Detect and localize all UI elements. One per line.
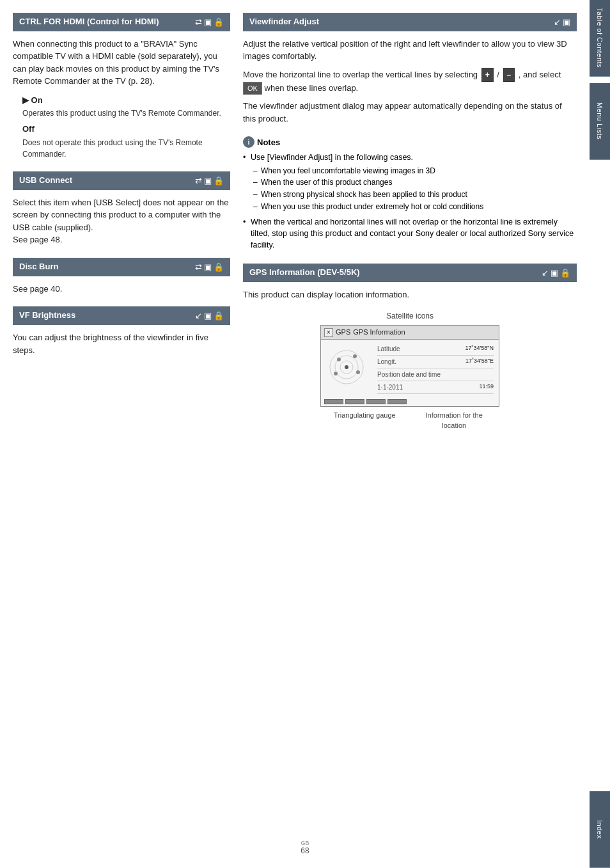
vfa-text-1: Adjust the relative vertical position of…: [243, 38, 577, 63]
svg-point-4: [353, 354, 357, 358]
gps-icon-lock: 🔒: [560, 268, 570, 278]
note-subitem-2: When the user of this product changes: [251, 177, 577, 188]
gps-info-fields: Latitude 17˚34'58"N Longit. 17˚34'58"E P…: [372, 340, 499, 397]
viewfinder-adjust-title: Viewfinder Adjust: [249, 17, 319, 28]
vfa-btn-plus[interactable]: +: [481, 68, 494, 82]
gps-field-latitude: Latitude 17˚34'58"N: [377, 343, 494, 356]
page-label: GB: [301, 840, 309, 846]
disc-burn-icons: ⇄ ▣ 🔒: [195, 262, 224, 272]
ctrl-hdmi-on-label: ▶ On: [22, 94, 230, 107]
gps-latitude-value: 17˚34'58"N: [465, 344, 494, 354]
vfa-text-2: Move the horizontal line to overlap the …: [243, 68, 577, 95]
usb-icon-square: ▣: [204, 176, 212, 185]
ctrl-hdmi-icon-arrows: ⇄: [195, 17, 202, 27]
viewfinder-notes: i Notes Use [Viewfinder Adjust] in the f…: [243, 136, 577, 251]
vf-brightness-body: You can adjust the brightness of the vie…: [13, 331, 230, 356]
svg-point-3: [337, 358, 341, 361]
disc-burn-header: Disc Burn ⇄ ▣ 🔒: [13, 258, 230, 276]
ctrl-hdmi-section: CTRL FOR HDMI (Control for HDMI) ⇄ ▣ 🔒 W…: [13, 13, 230, 160]
disc-burn-body: See page 40.: [13, 283, 230, 296]
ctrl-hdmi-header: CTRL FOR HDMI (Control for HDMI) ⇄ ▣ 🔒: [13, 13, 230, 31]
viewfinder-adjust-header: Viewfinder Adjust ↙ ▣: [243, 13, 577, 31]
usb-icon-lock: 🔒: [214, 176, 224, 185]
gps-bottom-indicators: [321, 397, 499, 406]
vf-brightness-section: VF Brightness ↙ ▣ 🔒 You can adjust the b…: [13, 306, 230, 356]
gps-diagram-labels: Triangulating gauge Information for the …: [320, 410, 499, 431]
sidebar-tab-index[interactable]: Index: [590, 791, 610, 868]
disc-icon-arrows: ⇄: [195, 262, 202, 272]
disc-icon-lock: 🔒: [214, 262, 224, 272]
usb-connect-title: USB Connect: [19, 175, 72, 186]
gps-field-position-date: Position date and time: [377, 368, 494, 381]
ctrl-hdmi-icon-square: ▣: [204, 17, 212, 27]
gps-field-datetime: 1-1-2011 11:59: [377, 381, 494, 394]
gps-date-value: 1-1-2011: [377, 383, 403, 392]
gps-field-longitude: Longit. 17˚34'58"E: [377, 356, 494, 368]
viewfinder-adjust-body: Adjust the relative vertical position of…: [243, 38, 577, 125]
gps-icon-square: ▣: [551, 268, 558, 278]
ctrl-hdmi-on-desc: Operates this product using the TV's Rem…: [22, 107, 230, 119]
sidebar-tab-toc[interactable]: Table of Contents: [590, 0, 610, 77]
gps-indicator-1: [324, 399, 343, 404]
gps-body: Latitude 17˚34'58"N Longit. 17˚34'58"E P…: [321, 340, 499, 397]
gps-info-text: This product can display location inform…: [243, 288, 577, 301]
vf-icon-arrow-diag: ↙: [195, 311, 202, 320]
note-item-1: Use [Viewfinder Adjust] in the following…: [243, 152, 577, 212]
gps-indicator-3: [366, 399, 386, 404]
ctrl-hdmi-body: When connecting this product to a "BRAVI…: [13, 38, 230, 160]
gps-info-title: GPS Information (DEV-5/5K): [249, 267, 360, 278]
vf-icon-lock: 🔒: [214, 311, 224, 320]
gps-screen-title: GPS Information: [353, 327, 405, 338]
vfa-btn-ok[interactable]: OK: [243, 82, 262, 95]
ctrl-hdmi-off-label: Off: [22, 123, 230, 136]
gps-info-header: GPS Information (DEV-5/5K) ↙ ▣ 🔒: [243, 264, 577, 282]
disc-burn-text: See page 40.: [13, 283, 230, 296]
svg-point-6: [334, 372, 338, 375]
page-body: CTRL FOR HDMI (Control for HDMI) ⇄ ▣ 🔒 W…: [0, 0, 590, 868]
gps-position-date-label: Position date and time: [377, 370, 441, 379]
note-subitem-3: When strong physical shock has been appl…: [251, 189, 577, 200]
note-subitem-4: When you use this product under extremel…: [251, 201, 577, 212]
svg-point-7: [345, 365, 348, 369]
gps-gauge: [321, 340, 372, 397]
usb-connect-header: USB Connect ⇄ ▣ 🔒: [13, 171, 230, 190]
gps-close-btn[interactable]: ×: [324, 328, 333, 337]
viewfinder-adjust-icons: ↙ ▣: [554, 17, 570, 27]
usb-connect-section: USB Connect ⇄ ▣ 🔒 Select this item when …: [13, 171, 230, 246]
disc-icon-square: ▣: [204, 262, 212, 272]
vf-brightness-header: VF Brightness ↙ ▣ 🔒: [13, 306, 230, 325]
gps-close-icon: ×: [327, 327, 331, 337]
sidebar-tab-menu[interactable]: Menu Lists: [590, 83, 610, 160]
ctrl-hdmi-icons: ⇄ ▣ 🔒: [195, 17, 224, 27]
notes-icon: i: [243, 136, 254, 148]
gps-screen-header: × GPS GPS Information: [321, 326, 499, 340]
gps-info-icons: ↙ ▣ 🔒: [542, 268, 570, 278]
satellite-label: Satellite icons: [320, 310, 499, 322]
gps-info-section: GPS Information (DEV-5/5K) ↙ ▣ 🔒 This pr…: [243, 264, 577, 431]
gps-signal-icon: GPS: [336, 327, 350, 338]
vfa-btn-minus[interactable]: –: [503, 68, 515, 82]
vf-brightness-icons: ↙ ▣ 🔒: [195, 311, 224, 320]
notes-header: i Notes: [243, 136, 577, 148]
toc-label: Table of Contents: [596, 8, 604, 68]
gps-indicator-4: [387, 399, 407, 404]
gps-icon-arrow: ↙: [542, 268, 549, 278]
gps-location-label: Information for the location: [422, 410, 486, 431]
index-label: Index: [596, 820, 604, 839]
note-subitem-1: When you feel uncomfortable viewing imag…: [251, 166, 577, 177]
menu-label: Menu Lists: [596, 102, 604, 139]
ctrl-hdmi-option-on: ▶ On Operates this product using the TV'…: [22, 94, 230, 120]
ctrl-hdmi-off-desc: Does not operate this product using the …: [22, 137, 230, 160]
note-sublist-1: When you feel uncomfortable viewing imag…: [251, 166, 577, 212]
gps-diagram: Satellite icons × GPS GPS Information: [320, 310, 499, 431]
gps-signal-text: [326, 347, 368, 388]
usb-connect-body: Select this item when [USB Select] does …: [13, 196, 230, 246]
page-num-value: 68: [301, 846, 309, 855]
svg-point-5: [356, 370, 360, 374]
vf-icon-square: ▣: [204, 311, 212, 320]
right-column: Viewfinder Adjust ↙ ▣ Adjust the relativ…: [243, 13, 577, 842]
page-number: GB 68: [301, 840, 309, 855]
vf-brightness-text: You can adjust the brightness of the vie…: [13, 331, 230, 356]
gps-indicator-2: [345, 399, 364, 404]
ctrl-hdmi-text: When connecting this product to a "BRAVI…: [13, 38, 230, 88]
